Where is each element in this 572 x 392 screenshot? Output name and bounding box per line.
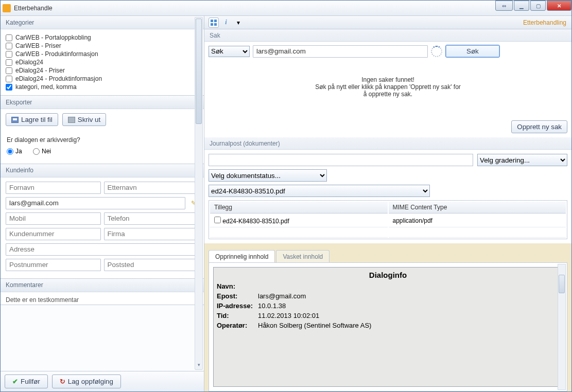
kategori-checkbox[interactable] bbox=[6, 84, 12, 91]
panel-eksporter: Eksporter Lagre til fil Skriv ut Er dial… bbox=[1, 96, 204, 164]
dokumentstatus-select[interactable]: Velg dokumentstatus... bbox=[209, 169, 327, 182]
reload-icon: ↻ bbox=[60, 378, 65, 385]
journal-body: Velg gradering... Velg dokumentstatus...… bbox=[204, 150, 571, 243]
window-title: Etterbehandle bbox=[14, 5, 53, 12]
kategori-checkbox[interactable] bbox=[6, 34, 12, 41]
panel-header-kundeinfo[interactable]: Kundeinfo bbox=[1, 164, 204, 177]
panel-header-kategorier[interactable]: Kategorier bbox=[1, 16, 204, 29]
radio[interactable] bbox=[33, 148, 40, 155]
lag-oppfolging-button[interactable]: ↻Lag oppfølging bbox=[52, 375, 121, 388]
grid-icon-button[interactable] bbox=[209, 17, 219, 28]
dialoginfo-title: Dialoginfo bbox=[214, 268, 562, 281]
dialoginfo-key: Navn: bbox=[217, 282, 258, 290]
kategori-checkbox[interactable] bbox=[6, 43, 12, 49]
kundenummer-input[interactable] bbox=[6, 228, 101, 240]
radio[interactable] bbox=[7, 148, 13, 155]
content-scrollbar[interactable] bbox=[558, 264, 566, 390]
fornavn-input[interactable] bbox=[6, 182, 101, 194]
right-pane: i ▾ Etterbehandling Sak Søk Søk Ingen sa… bbox=[204, 16, 571, 391]
sak-body: Søk Søk Ingen saker funnet! Søk på nytt … bbox=[204, 42, 571, 137]
scrollbar-thumb[interactable] bbox=[559, 275, 565, 293]
kategori-checkbox[interactable] bbox=[6, 59, 12, 66]
email-input[interactable] bbox=[6, 197, 185, 209]
svg-rect-3 bbox=[214, 23, 217, 26]
postnummer-input[interactable] bbox=[6, 259, 101, 271]
panel-header-eksporter[interactable]: Eksporter bbox=[1, 96, 204, 109]
window-maximize-button[interactable]: ▢ bbox=[530, 1, 546, 11]
attachment-mime: application/pdf bbox=[389, 215, 566, 227]
mobil-input[interactable] bbox=[6, 212, 101, 225]
skriv-ut-button[interactable]: Skriv ut bbox=[62, 113, 106, 126]
kategori-item[interactable]: eDialog24 - Produktinformasjon bbox=[6, 75, 199, 83]
window-help-button[interactable]: ⇔ bbox=[495, 1, 513, 11]
arkiv-ja-option[interactable]: Ja bbox=[7, 148, 22, 155]
button-label: Søk bbox=[466, 47, 479, 55]
lagre-til-fil-button[interactable]: Lagre til fil bbox=[6, 113, 58, 126]
table-row-empty bbox=[210, 228, 566, 238]
panel-title: Kundeinfo bbox=[6, 167, 33, 174]
sok-button[interactable]: Søk bbox=[445, 45, 500, 58]
info-icon-button[interactable]: i bbox=[221, 17, 231, 28]
dialoginfo-value: Håkon Solberg (Sentinel Software AS) bbox=[258, 322, 371, 329]
section-title-journal: Journalpost (dokumenter) bbox=[204, 137, 571, 150]
kategori-item[interactable]: CarWEB - Priser bbox=[6, 42, 199, 50]
dialoginfo-key: Tid: bbox=[217, 312, 258, 319]
panel-title: Eksporter bbox=[6, 99, 32, 106]
scroll-down-icon[interactable]: ▾ bbox=[195, 362, 202, 369]
loading-spinner-icon bbox=[431, 46, 442, 57]
kategori-item[interactable]: kategori, med, komma bbox=[6, 83, 199, 91]
content-tabs-area: Opprinnelig innhold Vasket innhold Dialo… bbox=[204, 243, 571, 391]
app-icon bbox=[3, 4, 11, 12]
dialoginfo-box: Dialoginfo Navn: Epost:lars@gmail.com IP… bbox=[213, 267, 563, 387]
kategori-item[interactable]: eDialog24 - Priser bbox=[6, 66, 199, 75]
left-scrollbar[interactable]: ▴ ▾ bbox=[195, 17, 203, 370]
dropdown-arrow-icon[interactable]: ▾ bbox=[233, 17, 244, 28]
arkiv-nei-option[interactable]: Nei bbox=[33, 148, 51, 155]
kategori-label: eDialog24 - Produktinformasjon bbox=[15, 75, 102, 82]
tab-vasket[interactable]: Vasket innhold bbox=[276, 250, 330, 263]
sak-search-input[interactable] bbox=[253, 45, 428, 58]
table-row[interactable]: ed24-K84830-83510.pdf application/pdf bbox=[210, 215, 566, 227]
tab-opprinnelig[interactable]: Opprinnelig innhold bbox=[209, 250, 275, 263]
adresse-input[interactable] bbox=[6, 243, 199, 256]
left-pane: Kategorier CarWEB - Portaloppkobling Car… bbox=[1, 16, 204, 391]
journal-title-input[interactable] bbox=[209, 154, 473, 166]
kategori-checkbox[interactable] bbox=[6, 67, 12, 74]
col-tillegg[interactable]: Tillegg bbox=[210, 202, 388, 213]
kategori-item[interactable]: eDialog24 bbox=[6, 58, 199, 66]
kategori-item[interactable]: CarWEB - Portaloppkobling bbox=[6, 33, 199, 42]
kategori-checkbox[interactable] bbox=[6, 76, 12, 82]
poststed-input[interactable] bbox=[104, 259, 199, 271]
kategori-item[interactable]: CarWEB - Produktinformasjon bbox=[6, 50, 199, 58]
check-icon: ✔ bbox=[12, 378, 18, 385]
right-toolbar: i ▾ Etterbehandling bbox=[204, 16, 571, 29]
kategori-label: eDialog24 - Priser bbox=[15, 67, 65, 74]
sak-type-select[interactable]: Søk bbox=[209, 46, 250, 57]
button-label: Skriv ut bbox=[78, 116, 100, 123]
svg-rect-0 bbox=[211, 20, 213, 22]
firma-input[interactable] bbox=[104, 228, 199, 240]
attachment-checkbox[interactable] bbox=[214, 217, 221, 223]
kategori-checkbox[interactable] bbox=[6, 51, 12, 58]
telefon-input[interactable] bbox=[104, 212, 199, 225]
arkiv-question: Er dialogen er arkivverdig? bbox=[7, 136, 198, 144]
kategori-label: eDialog24 bbox=[15, 59, 43, 66]
gradering-select[interactable]: Velg gradering... bbox=[477, 154, 567, 166]
panel-header-kommentarer[interactable]: Kommentarer bbox=[1, 279, 204, 292]
file-select[interactable]: ed24-K84830-83510.pdf bbox=[209, 185, 430, 197]
col-mime[interactable]: MIME Content Type bbox=[389, 202, 566, 213]
kategorier-list: CarWEB - Portaloppkobling CarWEB - Prise… bbox=[1, 29, 204, 95]
kategori-label: CarWEB - Priser bbox=[15, 42, 61, 49]
scrollbar-thumb[interactable] bbox=[196, 19, 202, 124]
window-close-button[interactable]: ✕ bbox=[547, 1, 571, 11]
right-header-title: Etterbehandling bbox=[523, 19, 566, 26]
fullfor-button[interactable]: ✔Fullfør bbox=[5, 375, 48, 388]
opprett-ny-sak-button[interactable]: Opprett ny sak bbox=[511, 120, 567, 133]
window-minimize-button[interactable]: ▁ bbox=[514, 1, 529, 11]
titlebar: Etterbehandle ⇔ ▁ ▢ ✕ bbox=[1, 1, 571, 16]
sak-empty-message: Ingen saker funnet! Søk på nytt eller kl… bbox=[209, 61, 567, 118]
dialoginfo-key: Epost: bbox=[217, 292, 258, 300]
attachment-filename: ed24-K84830-83510.pdf bbox=[222, 218, 289, 225]
print-icon bbox=[68, 117, 75, 123]
etternavn-input[interactable] bbox=[104, 182, 199, 194]
